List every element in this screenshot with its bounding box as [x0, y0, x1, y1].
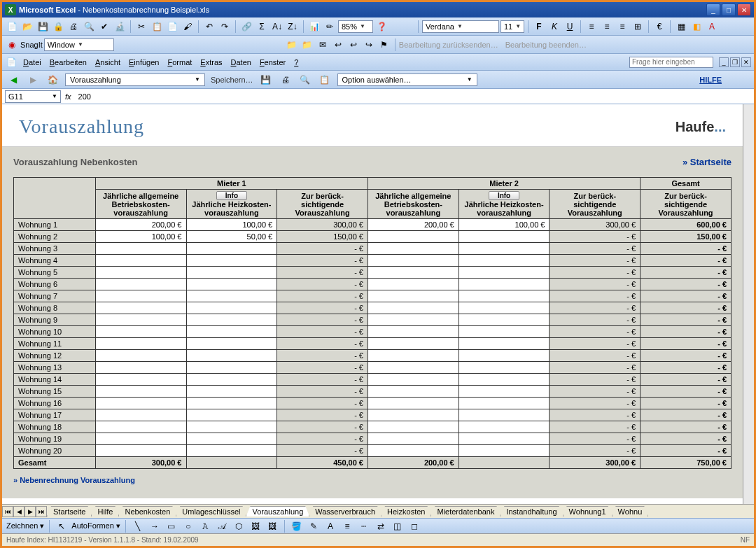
zeichnen-menu[interactable]: Zeichnen ▾ [6, 521, 44, 531]
info-button-1[interactable]: Info [216, 191, 247, 200]
hyperlink-icon[interactable]: 🔗 [239, 20, 253, 34]
cell[interactable] [458, 350, 550, 362]
cell[interactable] [458, 290, 550, 302]
cell[interactable] [186, 267, 277, 279]
file-icon[interactable]: 📄 [5, 56, 18, 69]
cell[interactable] [368, 267, 458, 279]
merge-icon[interactable]: ⊞ [631, 20, 645, 34]
tab-nav-last[interactable]: ⏭ [36, 506, 47, 517]
reply-icon[interactable]: ↩ [331, 38, 345, 52]
sheet-tab[interactable]: Startseite [47, 506, 92, 517]
formula-input[interactable] [76, 92, 751, 101]
preview2-icon[interactable]: 🔍 [298, 73, 312, 87]
cut-icon[interactable]: ✂ [134, 20, 148, 34]
cell[interactable] [186, 409, 277, 421]
sort-desc-icon[interactable]: Z↓ [286, 20, 300, 34]
cell[interactable] [458, 362, 550, 374]
help-icon[interactable]: ❓ [374, 20, 388, 34]
cell[interactable] [95, 374, 186, 386]
cell[interactable] [458, 433, 550, 445]
folder-icon[interactable]: 📁 [285, 38, 299, 52]
cell[interactable] [368, 231, 458, 243]
cell[interactable] [368, 302, 458, 314]
cell[interactable] [458, 267, 550, 279]
undo-icon[interactable]: ↶ [202, 20, 216, 34]
cell[interactable] [458, 398, 550, 409]
cell[interactable] [186, 338, 277, 350]
vertical-scrollbar[interactable] [743, 104, 754, 504]
cell[interactable] [95, 398, 186, 409]
doc-restore-button[interactable]: ❐ [730, 57, 740, 67]
cell[interactable] [95, 302, 186, 314]
cell[interactable] [186, 433, 277, 445]
cell[interactable] [368, 279, 458, 290]
doc-close-button[interactable]: ✕ [741, 57, 751, 67]
cell[interactable] [458, 338, 550, 350]
align-left-icon[interactable]: ≡ [584, 20, 598, 34]
info-button-2[interactable]: Info [489, 191, 519, 200]
currency-icon[interactable]: € [652, 20, 666, 34]
cell[interactable] [368, 338, 458, 350]
sheet-tab[interactable]: Wohnu [612, 506, 649, 517]
cell[interactable] [186, 279, 277, 290]
maximize-button[interactable]: □ [722, 3, 736, 16]
cell[interactable]: 200,00 € [95, 219, 186, 231]
snagit-icon[interactable]: ◉ [5, 38, 19, 52]
font-color-icon[interactable]: A [705, 20, 719, 34]
cell[interactable] [458, 302, 550, 314]
align-right-icon[interactable]: ≡ [615, 20, 629, 34]
speichern-link[interactable]: Speichern… [211, 76, 253, 84]
paste-icon[interactable]: 📄 [165, 20, 179, 34]
cell[interactable] [368, 409, 458, 421]
print-icon[interactable]: 🖨 [66, 20, 80, 34]
cell[interactable] [368, 243, 458, 255]
cell[interactable] [95, 290, 186, 302]
menu-item-datei[interactable]: Datei [19, 57, 46, 68]
sheet-tab[interactable]: Hilfe [91, 506, 119, 517]
tab-nav-prev[interactable]: ◀ [13, 506, 24, 517]
line-style-icon[interactable]: ≡ [340, 519, 354, 533]
bold-icon[interactable]: F [532, 20, 546, 34]
wordart-icon[interactable]: 𝒜 [215, 519, 229, 533]
cell[interactable] [186, 326, 277, 338]
nebenrechnung-link[interactable]: » Nebenrechnung Vorauszahlung [13, 476, 732, 484]
close-button[interactable]: ✕ [737, 3, 751, 16]
cell[interactable] [95, 433, 186, 445]
cell[interactable] [95, 255, 186, 267]
cell[interactable] [368, 255, 458, 267]
sheet-tab[interactable]: Vorauszahlung [246, 506, 309, 517]
menu-item-extras[interactable]: Extras [196, 57, 226, 68]
copy-icon[interactable]: 📋 [150, 20, 164, 34]
sum-icon[interactable]: Σ [255, 20, 269, 34]
tab-nav-next[interactable]: ▶ [24, 506, 36, 517]
cell[interactable] [458, 279, 550, 290]
menu-item-?[interactable]: ? [290, 57, 302, 68]
cell[interactable]: 100,00 € [458, 219, 550, 231]
cell[interactable] [95, 326, 186, 338]
oval-icon[interactable]: ○ [181, 519, 195, 533]
clipart-icon[interactable]: 🖼 [248, 519, 262, 533]
option-dropdown[interactable]: Option auswählen…▼ [337, 73, 477, 86]
cell[interactable] [186, 302, 277, 314]
copy2-icon[interactable]: 📋 [318, 73, 332, 87]
cell[interactable] [186, 398, 277, 409]
cell[interactable] [458, 255, 550, 267]
drawing-icon[interactable]: ✏ [323, 20, 337, 34]
cell[interactable] [368, 290, 458, 302]
save2-icon[interactable]: 💾 [259, 73, 273, 87]
spellcheck-icon[interactable]: ✔ [97, 20, 111, 34]
cell[interactable] [368, 398, 458, 409]
sheet-tab[interactable]: Wasserverbrauch [309, 506, 382, 517]
sheet-tab[interactable]: Instandhaltung [500, 506, 563, 517]
dash-style-icon[interactable]: ┄ [357, 519, 371, 533]
format-painter-icon[interactable]: 🖌 [181, 20, 195, 34]
borders-icon[interactable]: ▦ [674, 20, 688, 34]
picture-icon[interactable]: 🖼 [265, 519, 279, 533]
arrow-style-icon[interactable]: ⇄ [374, 519, 388, 533]
sheet-tab[interactable]: Heizkosten [381, 506, 431, 517]
cell[interactable] [186, 374, 277, 386]
textbox-icon[interactable]: 𝙰 [198, 519, 212, 533]
diagram-icon[interactable]: ⬡ [232, 519, 246, 533]
flag-icon[interactable]: ⚑ [377, 38, 391, 52]
replyall-icon[interactable]: ↩ [346, 38, 360, 52]
